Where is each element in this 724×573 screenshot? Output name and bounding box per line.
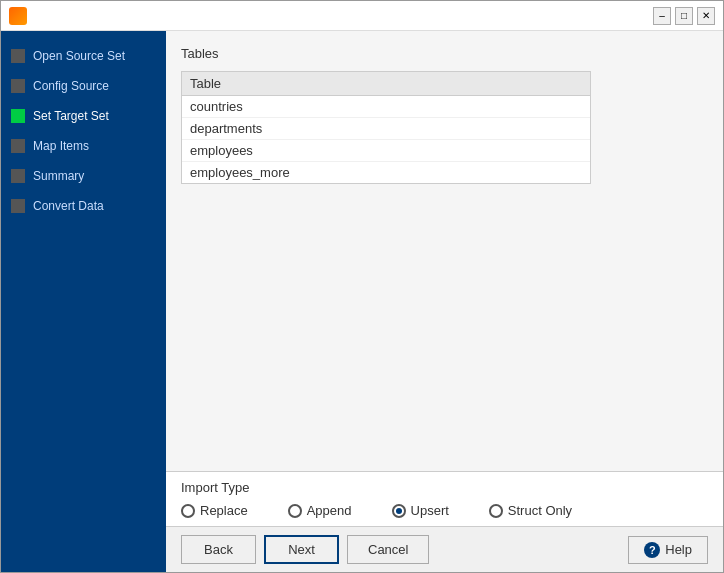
table-row[interactable]: employees_more [182, 162, 590, 183]
title-bar-controls: – □ ✕ [653, 7, 715, 25]
radio-label-replace: Replace [200, 503, 248, 518]
next-button[interactable]: Next [264, 535, 339, 564]
title-bar-left [9, 7, 27, 25]
sidebar-item-open-source-set[interactable]: Open Source Set [1, 41, 166, 71]
footer-left: Back Next Cancel [181, 535, 429, 564]
radio-label-struct-only: Struct Only [508, 503, 572, 518]
sidebar-item-label-convert-data: Convert Data [33, 199, 104, 213]
cancel-button[interactable]: Cancel [347, 535, 429, 564]
table-column-header: Table [182, 72, 590, 96]
main-content: Tables Table countries departments emplo… [166, 31, 723, 471]
tables-container: Table countries departments employees em… [181, 71, 591, 184]
sidebar-item-config-source[interactable]: Config Source [1, 71, 166, 101]
radio-label-upsert: Upsert [411, 503, 449, 518]
import-type-options: Replace Append Upsert Struct Only [181, 503, 708, 518]
title-bar: – □ ✕ [1, 1, 723, 31]
sidebar-item-label-summary: Summary [33, 169, 84, 183]
maximize-button[interactable]: □ [675, 7, 693, 25]
step-indicator-map-items [11, 139, 25, 153]
help-label: Help [665, 542, 692, 557]
sidebar-item-label-open-source-set: Open Source Set [33, 49, 125, 63]
main-window: – □ ✕ Open Source Set Config Source Set … [0, 0, 724, 573]
sidebar-item-convert-data[interactable]: Convert Data [1, 191, 166, 221]
back-button[interactable]: Back [181, 535, 256, 564]
import-type-section: Import Type Replace Append Upsert [166, 471, 723, 526]
sidebar: Open Source Set Config Source Set Target… [1, 31, 166, 572]
radio-btn-upsert[interactable] [392, 504, 406, 518]
footer-right: ? Help [628, 536, 708, 564]
step-indicator-set-target-set [11, 109, 25, 123]
sidebar-item-summary[interactable]: Summary [1, 161, 166, 191]
radio-option-replace[interactable]: Replace [181, 503, 248, 518]
sidebar-item-label-config-source: Config Source [33, 79, 109, 93]
step-indicator-config-source [11, 79, 25, 93]
tables-section-title: Tables [181, 46, 708, 61]
app-icon [9, 7, 27, 25]
step-indicator-convert-data [11, 199, 25, 213]
import-type-label: Import Type [181, 480, 708, 495]
content-area: Open Source Set Config Source Set Target… [1, 31, 723, 572]
radio-btn-struct-only[interactable] [489, 504, 503, 518]
table-row[interactable]: departments [182, 118, 590, 140]
table-row[interactable]: employees [182, 140, 590, 162]
sidebar-item-label-map-items: Map Items [33, 139, 89, 153]
table-row[interactable]: countries [182, 96, 590, 118]
sidebar-item-label-set-target-set: Set Target Set [33, 109, 109, 123]
radio-btn-append[interactable] [288, 504, 302, 518]
main-panel: Tables Table countries departments emplo… [166, 31, 723, 572]
radio-label-append: Append [307, 503, 352, 518]
radio-option-struct-only[interactable]: Struct Only [489, 503, 572, 518]
sidebar-item-set-target-set[interactable]: Set Target Set [1, 101, 166, 131]
help-button[interactable]: ? Help [628, 536, 708, 564]
radio-option-append[interactable]: Append [288, 503, 352, 518]
radio-option-upsert[interactable]: Upsert [392, 503, 449, 518]
help-icon: ? [644, 542, 660, 558]
radio-btn-replace[interactable] [181, 504, 195, 518]
step-indicator-open-source-set [11, 49, 25, 63]
step-indicator-summary [11, 169, 25, 183]
minimize-button[interactable]: – [653, 7, 671, 25]
close-button[interactable]: ✕ [697, 7, 715, 25]
footer: Back Next Cancel ? Help [166, 526, 723, 572]
sidebar-item-map-items[interactable]: Map Items [1, 131, 166, 161]
